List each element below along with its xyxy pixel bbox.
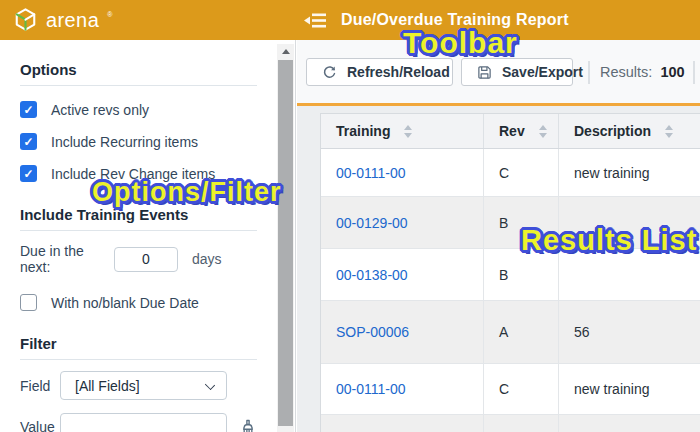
checkbox-label: With no/blank Due Date xyxy=(51,295,199,311)
table-header-row: Training Rev Description xyxy=(321,114,700,149)
options-filter-sidebar: Options Active revs only Include Recurri… xyxy=(0,40,296,432)
divider xyxy=(20,85,257,86)
due-days-input[interactable] xyxy=(114,247,178,272)
save-button-label: Save/Export xyxy=(502,64,583,80)
checkbox-label: Active revs only xyxy=(51,102,149,118)
training-link[interactable]: 00-0111-00 xyxy=(336,165,406,181)
value-row: Value xyxy=(20,413,257,432)
save-export-button[interactable]: Save/Export xyxy=(461,58,573,86)
table-row: 00-0111-00 C new training xyxy=(321,364,700,415)
training-events-heading: Include Training Events xyxy=(20,206,257,223)
sidebar-scrollbar[interactable] xyxy=(277,44,294,432)
table-row: 00-0111-00 C new training xyxy=(321,149,700,197)
training-link[interactable]: 00-0111-00 xyxy=(336,381,406,397)
column-header-rev[interactable]: Rev xyxy=(484,114,559,148)
app-window: arena ® Due/Overdue Training Report Opti… xyxy=(0,0,700,432)
logo-text: arena xyxy=(46,7,99,33)
rev-cell xyxy=(484,415,559,432)
field-select[interactable]: [All Fields] xyxy=(60,371,227,400)
results-count: Results:100 xyxy=(600,64,685,80)
include-rev-change-checkbox[interactable] xyxy=(20,165,37,182)
active-revs-checkbox[interactable] xyxy=(20,101,37,118)
refresh-reload-button[interactable]: Refresh/Reload xyxy=(306,58,453,86)
rev-cell: C xyxy=(484,364,559,414)
sort-arrows-icon xyxy=(539,125,547,138)
column-label: Rev xyxy=(499,123,525,139)
description-cell: new training xyxy=(559,149,700,196)
column-header-description[interactable]: Description xyxy=(559,114,700,148)
rev-cell: C xyxy=(484,149,559,196)
chevron-down-icon xyxy=(205,380,215,390)
sort-arrows-icon xyxy=(404,125,412,138)
description-cell: 56 xyxy=(559,301,700,363)
filter-heading: Filter xyxy=(20,335,257,352)
field-select-value: [All Fields] xyxy=(75,378,140,394)
divider xyxy=(20,230,257,231)
checkbox-row-recurring[interactable]: Include Recurring items xyxy=(20,133,257,150)
refresh-icon xyxy=(322,65,337,80)
broom-icon[interactable] xyxy=(239,418,257,432)
days-label: days xyxy=(192,251,222,267)
arena-logo: arena ® xyxy=(13,7,112,36)
column-label: Description xyxy=(574,123,651,139)
value-label: Value xyxy=(20,419,60,432)
checkbox-row-active-revs[interactable]: Active revs only xyxy=(20,101,257,118)
description-cell xyxy=(559,415,700,432)
value-input[interactable] xyxy=(60,413,227,432)
checkbox-row-no-due-date[interactable]: With no/blank Due Date xyxy=(20,294,257,311)
no-blank-due-date-checkbox[interactable] xyxy=(20,294,37,311)
save-icon xyxy=(477,65,492,80)
training-link[interactable]: 00-0138-00 xyxy=(336,267,408,283)
toolbar-divider xyxy=(693,61,695,84)
due-in-next-row: Due in the next: days xyxy=(20,243,257,275)
table-row xyxy=(321,415,700,432)
results-panel: Training Rev Description 00-0111-00 C ne… xyxy=(297,106,700,432)
annotation-results-list: Results List xyxy=(521,224,697,257)
annotation-toolbar: Toolbar xyxy=(403,26,518,60)
scrollbar-up-arrow[interactable] xyxy=(277,44,294,59)
field-label: Field xyxy=(20,378,60,394)
app-header: arena ® Due/Overdue Training Report xyxy=(0,0,700,40)
annotation-options-filter: Options/Filter xyxy=(92,177,282,208)
results-value: 100 xyxy=(660,64,684,80)
due-in-next-label: Due in the next: xyxy=(20,243,114,275)
logo-registered-mark: ® xyxy=(107,10,112,20)
arena-cube-icon xyxy=(13,7,38,36)
training-link[interactable]: 00-0129-00 xyxy=(336,215,408,231)
column-label: Training xyxy=(336,123,390,139)
include-recurring-checkbox[interactable] xyxy=(20,133,37,150)
toolbar-divider xyxy=(588,61,590,84)
options-heading: Options xyxy=(20,61,257,78)
collapse-menu-icon[interactable] xyxy=(304,12,327,29)
scrollbar-thumb[interactable] xyxy=(278,60,293,426)
refresh-button-label: Refresh/Reload xyxy=(347,64,450,80)
rev-cell: A xyxy=(484,301,559,363)
sort-arrows-icon xyxy=(665,125,673,138)
table-row: SOP-00006 A 56 xyxy=(321,301,700,364)
results-label: Results: xyxy=(600,64,652,80)
training-cell xyxy=(321,415,484,432)
divider xyxy=(20,359,257,360)
column-header-training[interactable]: Training xyxy=(321,114,484,148)
field-row: Field [All Fields] xyxy=(20,371,257,400)
description-cell: new training xyxy=(559,364,700,414)
checkbox-label: Include Recurring items xyxy=(51,134,198,150)
results-table: Training Rev Description 00-0111-00 C ne… xyxy=(320,113,700,432)
training-link[interactable]: SOP-00006 xyxy=(336,324,409,340)
